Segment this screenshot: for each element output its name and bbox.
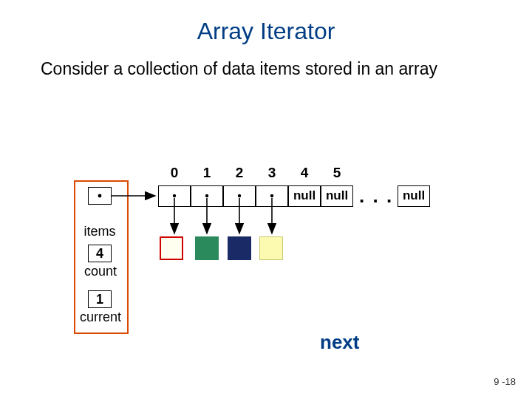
- index-3: 3: [256, 165, 288, 181]
- array-cell-1: [191, 185, 223, 207]
- index-5: 5: [321, 165, 353, 181]
- ellipsis: . . .: [359, 185, 393, 208]
- data-object-2: [228, 236, 251, 260]
- count-value-box: 4: [88, 245, 112, 262]
- array-cell-5: null: [321, 185, 353, 207]
- slide-number: 9 -18: [494, 376, 516, 387]
- index-2: 2: [223, 165, 256, 181]
- items-label: items: [83, 224, 117, 239]
- array-cell-2: [223, 185, 256, 207]
- index-0: 0: [158, 165, 191, 181]
- array-cell-3: [256, 185, 288, 207]
- data-object-3: [259, 236, 283, 260]
- array-cell-last: null: [398, 185, 430, 207]
- index-4: 4: [288, 165, 321, 181]
- array-cell-4: null: [288, 185, 321, 207]
- items-pointer-box: [88, 187, 112, 205]
- next-label: next: [320, 331, 359, 354]
- array-cell-0: [158, 185, 191, 207]
- data-object-0: [160, 236, 183, 260]
- data-object-1: [195, 236, 219, 260]
- index-1: 1: [191, 165, 223, 181]
- current-label: current: [77, 310, 124, 325]
- current-value-box: 1: [88, 290, 112, 308]
- count-label: count: [82, 264, 119, 279]
- diagram-canvas: items 4 count 1 current 0 1 2 3 4 5 null…: [0, 0, 532, 399]
